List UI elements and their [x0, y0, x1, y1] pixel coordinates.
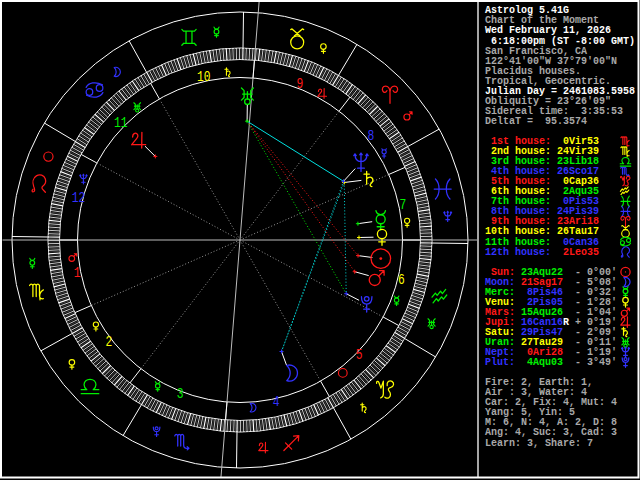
svg-text:7: 7 — [400, 196, 407, 213]
svg-text:3: 3 — [177, 386, 184, 403]
svg-text:9: 9 — [297, 75, 304, 92]
svg-text:4: 4 — [273, 393, 280, 410]
svg-text:2: 2 — [106, 333, 113, 350]
svg-text:1: 1 — [74, 265, 81, 282]
svg-text:11: 11 — [114, 114, 128, 131]
svg-text:12: 12 — [72, 190, 86, 207]
svg-text:10: 10 — [197, 68, 211, 85]
svg-text:6: 6 — [398, 271, 405, 288]
svg-text:5: 5 — [356, 347, 363, 364]
svg-text:8: 8 — [368, 128, 375, 145]
